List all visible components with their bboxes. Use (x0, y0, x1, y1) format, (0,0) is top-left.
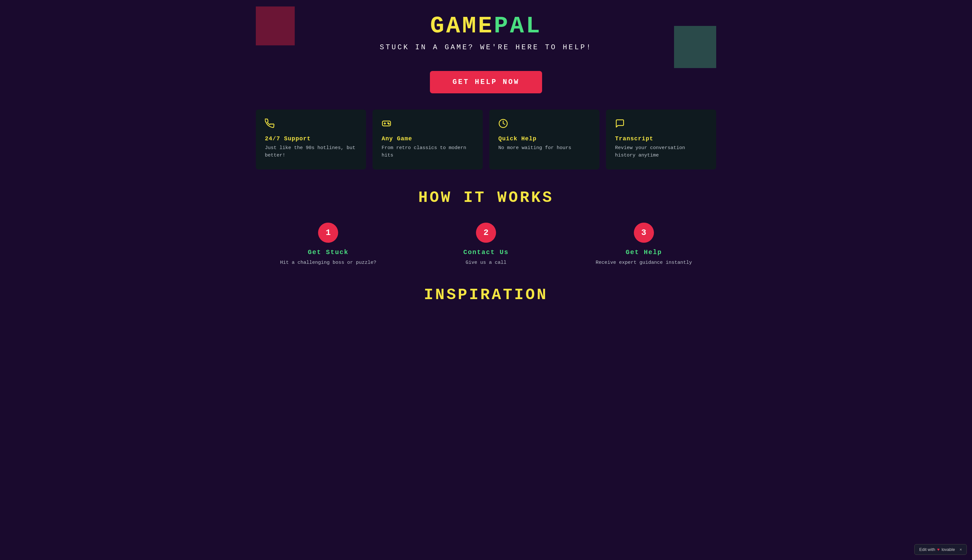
how-it-works-title: HOW IT WORKS (256, 189, 716, 207)
feature-title-support: 24/7 Support (265, 135, 357, 142)
lovable-edit-label: Edit with (919, 547, 935, 552)
svg-point-2 (388, 123, 389, 125)
chat-icon (615, 118, 707, 131)
lovable-brand: lovable (942, 547, 955, 552)
feature-title-quickhelp: Quick Help (498, 135, 590, 142)
step-3-title: Get Help (626, 248, 662, 256)
step-1-desc: Hit a challenging boss or puzzle? (280, 259, 376, 267)
feature-desc-quickhelp: No more waiting for hours (498, 145, 590, 152)
step-2: 2 Contact Us Give us a call (414, 223, 559, 267)
header: GAMEPAL STUCK IN A GAME? WE'RE HERE TO H… (256, 0, 716, 58)
feature-card-quickhelp: Quick Help No more waiting for hours (489, 110, 600, 170)
inspiration-section: INSPIRATION (256, 286, 716, 333)
step-3: 3 Get Help Receive expert guidance insta… (571, 223, 716, 267)
clock-icon (498, 118, 590, 131)
title-pal: PAL (494, 13, 542, 40)
feature-card-support: 24/7 Support Just like the 90s hotlines,… (256, 110, 366, 170)
logo-square-right (674, 26, 716, 68)
cta-container: GET HELP NOW (256, 71, 716, 93)
lovable-close-button[interactable]: × (959, 547, 962, 552)
get-help-button[interactable]: GET HELP NOW (430, 71, 542, 93)
feature-desc-transcript: Review your conversation history anytime (615, 145, 707, 159)
step-2-desc: Give us a call (466, 259, 506, 267)
feature-title-transcript: Transcript (615, 135, 707, 142)
phone-icon (265, 118, 357, 131)
site-title: GAMEPAL (256, 13, 716, 40)
tagline: STUCK IN A GAME? WE'RE HERE TO HELP! (256, 43, 716, 52)
step-1-title: Get Stuck (308, 248, 349, 256)
how-it-works-section: HOW IT WORKS 1 Get Stuck Hit a challengi… (256, 189, 716, 267)
feature-card-anygame: Any Game From retro classics to modern h… (372, 110, 483, 170)
step-1-number: 1 (318, 223, 338, 243)
lovable-heart-icon: ♥ (937, 547, 940, 552)
step-1: 1 Get Stuck Hit a challenging boss or pu… (256, 223, 401, 267)
features-grid: 24/7 Support Just like the 90s hotlines,… (256, 110, 716, 170)
step-3-desc: Receive expert guidance instantly (596, 259, 692, 267)
lovable-badge[interactable]: Edit with ♥ lovable × (914, 544, 967, 555)
inspiration-title: INSPIRATION (256, 286, 716, 304)
title-game: GAME (430, 13, 494, 40)
step-2-title: Contact Us (463, 248, 509, 256)
feature-card-transcript: Transcript Review your conversation hist… (606, 110, 716, 170)
steps-grid: 1 Get Stuck Hit a challenging boss or pu… (256, 223, 716, 267)
step-2-number: 2 (476, 223, 496, 243)
step-3-number: 3 (634, 223, 654, 243)
feature-desc-anygame: From retro classics to modern hits (382, 145, 474, 159)
feature-desc-support: Just like the 90s hotlines, but better! (265, 145, 357, 159)
feature-title-anygame: Any Game (382, 135, 474, 142)
logo-square-left (256, 7, 295, 45)
gamepad-icon (382, 118, 474, 131)
